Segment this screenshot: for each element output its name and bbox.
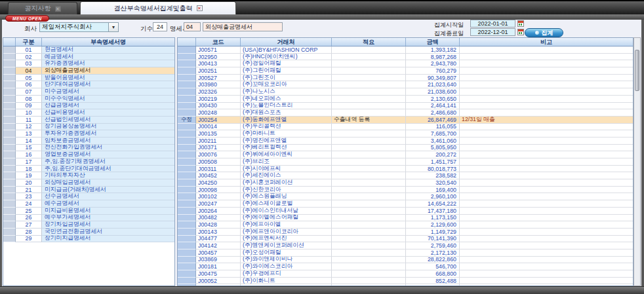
- left-table-row[interactable]: 21미지급금(거래처)명세서: [3, 187, 174, 194]
- scrollbar-thumb[interactable]: [635, 50, 639, 91]
- right-table-row[interactable]: J00251(주)그린어패럴760,279: [178, 67, 633, 75]
- right-table-row[interactable]: J02326(주)나노시스21,038,600: [178, 88, 633, 96]
- left-table-row[interactable]: 17주,임.종장기채권명세서: [3, 158, 174, 166]
- cell-amount: 90,349,807: [406, 75, 460, 82]
- right-table-row[interactable]: J00098(주)신한코리아169,400: [178, 187, 633, 194]
- cell-vendor: (주)와이앤제이비나: [241, 257, 332, 264]
- cell-note: [460, 193, 633, 200]
- cell-description: [332, 249, 406, 257]
- end-date-input[interactable]: 2022-12-01: [470, 28, 515, 36]
- right-table-row[interactable]: J00135(주)마하니트7,685,700: [178, 130, 633, 138]
- cell-amount: 668,800: [406, 270, 460, 278]
- right-table-row[interactable]: J02950(주)HNC(에이치앤씨)8,987,268: [178, 54, 633, 61]
- statement-code-input[interactable]: 04: [184, 22, 201, 31]
- right-table-row[interactable]: J00413(주)경일어패럴2,943,780: [178, 60, 633, 67]
- right-table-row[interactable]: J00211(주)명진에프앤엘3,461,060: [178, 138, 633, 145]
- cell-status: [178, 263, 196, 270]
- left-table-row[interactable]: 01현금명세서: [3, 46, 174, 54]
- left-table-row[interactable]: 12장기금융상품명세서: [3, 124, 174, 131]
- right-table-row[interactable]: J03980(주)꼬매요코리아21,023,640: [178, 81, 633, 88]
- right-table-row[interactable]: J00052(주)이화니트852,488: [178, 278, 633, 285]
- calendar-icon[interactable]: [517, 20, 524, 27]
- calendar-icon[interactable]: [517, 29, 524, 35]
- right-table-row[interactable]: J00371(주)베리트컬렉션5,805,950: [178, 145, 633, 152]
- right-table-row[interactable]: J00219(주)네오피에스2,130,650: [178, 96, 633, 103]
- left-table-row[interactable]: 25미지급비용명세서: [3, 208, 174, 215]
- left-table-row[interactable]: 26예수부가세명세서: [3, 215, 174, 222]
- left-table-row[interactable]: 18주,임.종단기대여금명세서: [3, 166, 174, 173]
- cell-status: [178, 60, 196, 67]
- right-table-row[interactable]: J00452(주)세진에이스238,582: [178, 172, 633, 179]
- tab-close-icon[interactable]: ✕: [55, 6, 61, 12]
- right-table-row[interactable]: J04250(주)시혼코퍼레이션320,540: [178, 179, 633, 187]
- right-table-row[interactable]: J00482(주)에이엘에스어패럴1,173,150: [178, 215, 633, 222]
- right-table-row[interactable]: J00076(주)뷔에세아이엔씨200,272: [178, 151, 633, 158]
- left-table-row[interactable]: 11선급법인세명세서: [3, 117, 174, 124]
- left-table-row[interactable]: 23선수금명세서: [3, 193, 174, 200]
- right-table-row[interactable]: J00571(USA)BY&HFASHION CORP1,393,182: [178, 46, 633, 54]
- right-table-row[interactable]: J03869(주)와이앤제이비나28,822,860: [178, 257, 633, 264]
- header-note: 비고: [460, 38, 633, 46]
- left-table-row[interactable]: 07미수금명세서: [3, 88, 174, 96]
- left-table-row[interactable]: 04외상매출금명세서: [3, 67, 174, 75]
- right-table-row[interactable]: 수정J00254(주)동화에프앤엘수출내역 등록26,847,46912/31일…: [178, 117, 633, 124]
- right-table-row[interactable]: J04142(주)엠앤케이코퍼레이션2,759,460: [178, 242, 633, 249]
- right-table-row[interactable]: J00248(주)대원스포츠2,486,680: [178, 109, 633, 117]
- right-table-row[interactable]: J00264(주)에이스인터내셔날17,437,180: [178, 208, 633, 215]
- right-table-row[interactable]: J04477(주)에프엔씨서진70,141,390: [178, 236, 633, 243]
- left-table-row[interactable]: 20외상매입금명세서: [3, 179, 174, 187]
- start-date-input[interactable]: 2022-01-01: [470, 20, 515, 28]
- left-table-row[interactable]: 09선급금명세서: [3, 103, 174, 110]
- tab-close-icon[interactable]: ✕: [197, 5, 203, 11]
- period-input[interactable]: 24: [153, 22, 167, 31]
- cell-amount: 116,055: [406, 124, 460, 131]
- cell-vendor: (주)시혼코퍼레이션: [241, 179, 332, 187]
- right-table-row[interactable]: J00428(주)에프아이엘2,129,600: [178, 221, 633, 229]
- aggregate-button[interactable]: 집계: [525, 28, 563, 37]
- left-table-row[interactable]: 15전신전화가입권명세서: [3, 145, 174, 152]
- tab-settlement-report[interactable]: 결산부속명세서집계및출력 ✕: [80, 1, 236, 14]
- row-gutter: [3, 236, 16, 243]
- menu-open-badge[interactable]: MENU OPEN: [5, 15, 49, 22]
- chevron-down-icon[interactable]: ▾: [108, 23, 118, 31]
- right-table-row[interactable]: J00475(주)우경에프디668,800: [178, 270, 633, 278]
- right-table-row[interactable]: J00311(주)시야에프씨80,018,773: [178, 166, 633, 173]
- left-table-row[interactable]: 19기타의투자자산: [3, 172, 174, 179]
- left-table-row[interactable]: 06단기대여금명세서: [3, 81, 174, 88]
- right-table-row[interactable]: J00247(주)에스제이글로벌14,654,222: [178, 200, 633, 208]
- right-table-body: J00571(USA)BY&HFASHION CORP1,393,182J029…: [178, 46, 633, 286]
- right-table-row[interactable]: J00527(주)그린조이90,349,807: [178, 75, 633, 82]
- left-table-row[interactable]: 08미수수익명세서: [3, 96, 174, 103]
- cell-code: J00135: [196, 130, 241, 138]
- cell-code: J00251: [196, 67, 241, 75]
- cell-description: [332, 151, 406, 158]
- left-table-row[interactable]: 16영업보증금명세서: [3, 151, 174, 158]
- cell-code: 27: [16, 221, 42, 229]
- vertical-scrollbar[interactable]: [634, 37, 641, 286]
- right-table-row[interactable]: J00457(주)오성어패럴2,172,130: [178, 249, 633, 257]
- left-table-row[interactable]: 29장기미지급명세서: [3, 236, 174, 243]
- cell-statement-name: 주,임.종장기채권명세서: [42, 158, 174, 166]
- left-table-row[interactable]: 28국민연금전환금명세서: [3, 229, 174, 236]
- right-table-row[interactable]: J00181(주)와이에스코리아546,700: [178, 263, 633, 270]
- right-table-row[interactable]: J00102(주)에스원플래닝2,960,100: [178, 193, 633, 200]
- left-table-row[interactable]: 14임차보증금명세서: [3, 138, 174, 145]
- left-table-row[interactable]: 13투자유가증권명세서: [3, 130, 174, 138]
- right-table-row[interactable]: J00508(주)브리조1,451,757: [178, 158, 633, 166]
- tab-notice[interactable]: 공지사항 ✕: [8, 2, 77, 14]
- left-table-row[interactable]: 24예수금명세서: [3, 200, 174, 208]
- row-gutter: [3, 109, 16, 117]
- left-table-row[interactable]: 03유가증권명세서: [3, 60, 174, 67]
- statement-name-input[interactable]: 외상매출금명세서: [203, 22, 283, 31]
- left-table-row[interactable]: 10선급비용명세서: [3, 109, 174, 117]
- company-select[interactable]: 제일저지주식회사 ▾: [39, 22, 119, 32]
- right-table-row[interactable]: J00014(주)두리콜렉션116,055: [178, 124, 633, 131]
- left-table-row[interactable]: 27장기차입금명세서: [3, 221, 174, 229]
- left-table-row[interactable]: 02예금명세서: [3, 54, 174, 61]
- header-statement-name: 부속명세서명: [42, 38, 174, 46]
- right-table-row[interactable]: J00430(주)노블인더스트리2,464,141: [178, 103, 633, 110]
- right-table-row[interactable]: J00143(주)에프앤아이코리아1,149,729: [178, 229, 633, 236]
- cell-amount: 1,451,757: [406, 158, 460, 166]
- cell-note: [460, 179, 633, 187]
- left-table-row[interactable]: 05받을어음명세서: [3, 75, 174, 82]
